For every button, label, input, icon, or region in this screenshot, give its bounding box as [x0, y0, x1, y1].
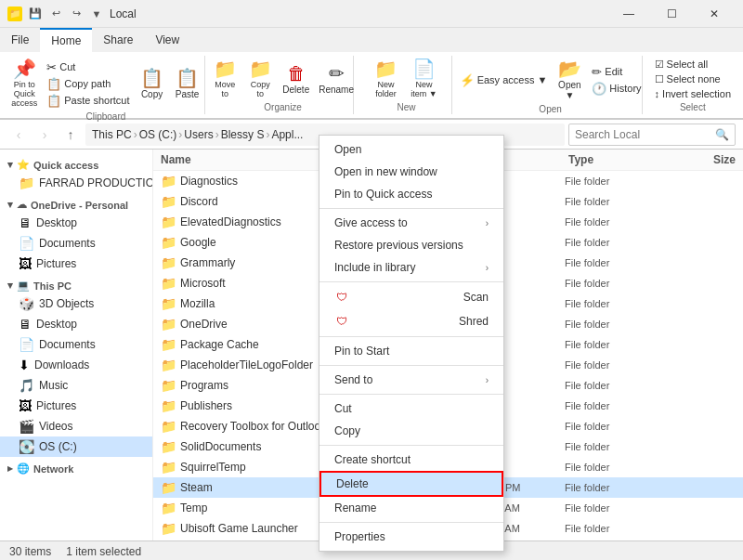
ctx-properties[interactable]: Properties	[319, 526, 503, 548]
qat-dropdown[interactable]: ▼	[87, 5, 106, 23]
ctx-create-shortcut[interactable]: Create shortcut	[319, 449, 503, 471]
col-size-header: Size	[661, 153, 736, 166]
ctx-give-label: Give access to	[334, 216, 408, 229]
new-folder-button[interactable]: 📁 Newfolder	[369, 58, 402, 100]
sidebar-item-osc[interactable]: 💽 OS (C:)	[0, 436, 152, 457]
sidebar-label-this-pc: This PC	[33, 280, 72, 292]
sidebar-item-music[interactable]: 🎵 Music	[0, 375, 152, 396]
pin-quick-access-button[interactable]: 📌 Pin to Quickaccess	[7, 58, 41, 110]
new-item-button[interactable]: 📄 New item ▼	[404, 58, 443, 100]
window-icon: 📁	[7, 7, 22, 21]
minimize-button[interactable]: —	[607, 0, 650, 28]
new-item-icon: 📄	[412, 59, 436, 78]
3d-icon: 🎲	[19, 296, 34, 311]
paste-button[interactable]: 📋 Paste	[171, 67, 204, 101]
up-button[interactable]: ↑	[59, 124, 82, 146]
ctx-send-to[interactable]: Send to›	[319, 369, 503, 391]
sidebar-item-pictures-pc[interactable]: 🖼 Pictures	[0, 396, 152, 416]
rename-button[interactable]: ✏ Rename	[315, 62, 358, 97]
tab-file[interactable]: File	[0, 28, 40, 52]
tab-view[interactable]: View	[144, 28, 190, 52]
copy-to-button[interactable]: 📁 Copyto	[243, 58, 277, 100]
breadcrumb-blessy: Blessy S	[221, 128, 265, 141]
search-box[interactable]: 🔍	[568, 124, 736, 146]
ctx-open[interactable]: Open	[319, 138, 503, 161]
ctx-scan-label: Scan	[463, 291, 489, 304]
paste-shortcut-button[interactable]: 📋 Paste shortcut	[43, 93, 133, 109]
ctx-sep4	[319, 365, 503, 366]
ctx-copy[interactable]: Copy	[319, 420, 503, 442]
ctx-cut[interactable]: Cut	[319, 397, 503, 420]
ctx-pin-start-label: Pin to Start	[334, 345, 389, 358]
sidebar: ▾ ⭐ Quick access 📁 FARRAD PRODUCTION ▾ ☁…	[0, 150, 153, 540]
close-button[interactable]: ✕	[693, 0, 736, 28]
history-button[interactable]: 🕐 History	[588, 81, 645, 97]
ribbon-tabs: File Home Share View	[0, 28, 743, 52]
invert-selection-button[interactable]: ↕ Invert selection	[651, 87, 736, 100]
open-ribbon-button[interactable]: 📂 Open ▼	[553, 58, 586, 102]
delete-ribbon-button[interactable]: 🗑 Delete	[279, 62, 313, 97]
ctx-cut-label: Cut	[334, 402, 352, 415]
copy-button[interactable]: 📋 Copy	[136, 67, 169, 101]
sidebar-label-music: Music	[39, 379, 68, 392]
easy-access-button[interactable]: ⚡ Easy access ▼	[456, 72, 552, 88]
sidebar-section-network[interactable]: ▸ 🌐 Network	[0, 457, 152, 476]
ctx-give-access[interactable]: Give access to›	[319, 212, 503, 234]
ctx-pin-quick-access[interactable]: Pin to Quick access	[319, 183, 503, 205]
edit-button[interactable]: ✏ Edit	[588, 64, 645, 80]
search-input[interactable]	[575, 128, 711, 141]
sidebar-item-pictures-od[interactable]: 🖼 Pictures	[0, 254, 152, 274]
sidebar-label-osc: OS (C:)	[39, 440, 77, 453]
sidebar-section-onedrive[interactable]: ▾ ☁ OneDrive - Personal	[0, 193, 152, 213]
ctx-pin-start[interactable]: Pin to Start	[319, 340, 503, 362]
ctx-include-library[interactable]: Include in library›	[319, 256, 503, 279]
move-to-button[interactable]: 📁 Moveto	[208, 58, 241, 100]
copy-path-button[interactable]: 📋 Copy path	[43, 76, 133, 92]
sidebar-item-desktop-pc[interactable]: 🖥 Desktop	[0, 314, 152, 334]
ctx-shred[interactable]: 🛡Shred	[319, 309, 503, 333]
sidebar-section-this-pc[interactable]: ▾ 💻 This PC	[0, 274, 152, 293]
organize-label: Organize	[264, 100, 302, 112]
ctx-rename[interactable]: Rename	[319, 497, 503, 519]
select-all-button[interactable]: ☑ Select all	[651, 58, 736, 72]
qat-undo[interactable]: ↩	[46, 5, 65, 23]
sep1: ›	[134, 128, 137, 141]
ctx-scan[interactable]: 🛡Scan	[319, 285, 503, 309]
ctx-sep1	[319, 208, 503, 209]
ctx-delete[interactable]: Delete	[319, 471, 503, 497]
tab-home[interactable]: Home	[40, 28, 92, 52]
qat-save[interactable]: 💾	[26, 5, 45, 23]
breadcrumb-osc: OS (C:)	[139, 128, 177, 141]
sidebar-item-3d[interactable]: 🎲 3D Objects	[0, 293, 152, 314]
ctx-props-label: Properties	[334, 530, 385, 543]
sidebar-label-documents-od: Documents	[39, 237, 96, 250]
folder-icon-gram: 📁	[161, 255, 176, 270]
forward-button[interactable]: ›	[33, 124, 56, 146]
onedrive-icon: ☁	[17, 199, 27, 211]
cut-button[interactable]: ✂ Cut	[43, 59, 133, 75]
ctx-open-new-label: Open in new window	[334, 165, 437, 178]
sidebar-item-desktop-od[interactable]: 🖥 Desktop	[0, 213, 152, 233]
sidebar-item-documents-pc[interactable]: 📄 Documents	[0, 334, 152, 355]
sidebar-section-quick-access[interactable]: ▾ ⭐ Quick access	[0, 153, 152, 173]
pictures-icon-pc: 🖼	[19, 398, 32, 413]
tab-share[interactable]: Share	[92, 28, 144, 52]
maximize-button[interactable]: ☐	[650, 0, 693, 28]
sidebar-item-videos[interactable]: 🎬 Videos	[0, 416, 152, 436]
folder-icon: 📁	[19, 176, 34, 190]
qat-redo[interactable]: ↪	[67, 5, 85, 23]
sidebar-label-3d: 3D Objects	[39, 297, 94, 310]
sidebar-label-quick-access: Quick access	[33, 160, 98, 171]
ctx-open-new-window[interactable]: Open in new window	[319, 161, 503, 183]
ctx-open-label: Open	[334, 143, 361, 156]
clipboard-small: ✂ Cut 📋 Copy path 📋 Paste shortcut	[43, 59, 133, 109]
sidebar-item-downloads[interactable]: ⬇ Downloads	[0, 355, 152, 375]
folder-icon-ms: 📁	[161, 276, 176, 291]
back-button[interactable]: ‹	[7, 124, 30, 146]
documents-icon-pc: 📄	[19, 337, 34, 352]
ctx-restore[interactable]: Restore previous versions	[319, 234, 503, 256]
select-none-button[interactable]: ☐ Select none	[651, 72, 736, 86]
sidebar-item-farrad[interactable]: 📁 FARRAD PRODUCTION	[0, 173, 152, 193]
chevron-icon: ▾	[7, 159, 13, 171]
sidebar-item-documents-od[interactable]: 📄 Documents	[0, 233, 152, 254]
